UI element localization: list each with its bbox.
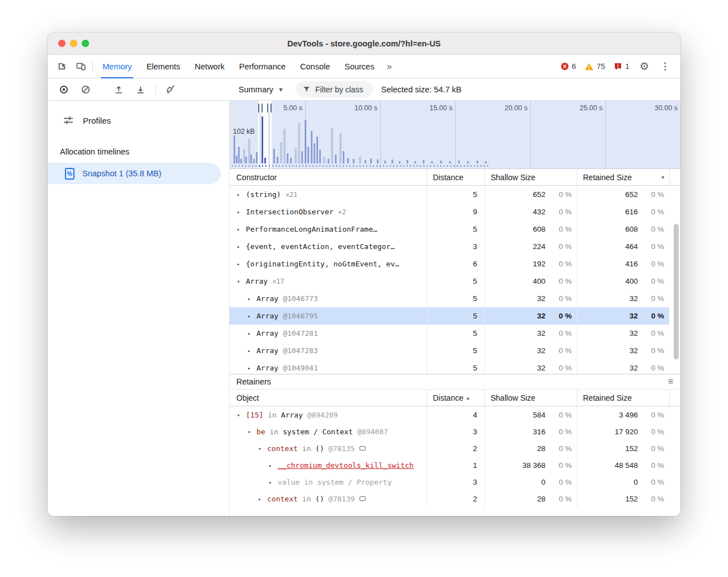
clear-profiles-button[interactable]	[75, 81, 96, 98]
distance-cell: 3	[427, 423, 484, 440]
toggle-device-toolbar-button[interactable]	[71, 55, 90, 78]
hamburger-menu-icon[interactable]: ≡	[668, 377, 673, 387]
constructor-cell: ▸PerformanceLongAnimationFrame…	[230, 221, 427, 238]
expand-arrow-icon[interactable]: ▸	[247, 330, 256, 336]
expand-arrow-icon[interactable]: ▸	[268, 479, 278, 485]
constructor-row[interactable]: ▸{event, eventAction, eventCategor…32240…	[230, 238, 669, 255]
object-cell: ▾[15] in Array @894209	[230, 406, 427, 423]
collapse-arrow-icon[interactable]: ▾	[236, 278, 246, 284]
close-window-button[interactable]	[58, 40, 66, 47]
retainers-section-header: Retainers ≡	[230, 374, 680, 390]
traffic-lights	[58, 32, 89, 54]
column-header-object[interactable]: Object	[230, 390, 427, 406]
column-header-constructor[interactable]: Constructor	[230, 169, 427, 185]
tab-performance[interactable]: Performance	[232, 55, 293, 78]
retainer-row[interactable]: ▸context in () @781392280 %1520 %	[230, 490, 669, 507]
constructor-row[interactable]: ▸Array@10472815320 %320 %	[230, 325, 669, 342]
object-cell: ▾be in system / Context @894087	[230, 423, 427, 440]
constructor-row[interactable]: ▸{originatingEntity, noGtmEvent, ev…6192…	[230, 255, 669, 273]
tab-memory[interactable]: Memory	[95, 55, 139, 78]
constructor-row[interactable]: ▸Array@10467735320 %320 %	[230, 290, 669, 307]
expand-arrow-icon[interactable]: ▸	[247, 348, 256, 354]
retainer-row[interactable]: ▸__chromium_devtools_kill_switch138 3680…	[230, 457, 669, 473]
expand-arrow-icon[interactable]: ▸	[236, 261, 246, 267]
maximize-window-button[interactable]	[82, 40, 89, 47]
timeline-tick-label: 25.00 s	[580, 104, 605, 112]
constructor-row[interactable]: ▸(string)×2156520 %6520 %	[230, 186, 669, 203]
constructor-row[interactable]: ▸PerformanceLongAnimationFrame…56080 %60…	[230, 221, 669, 238]
tab-elements[interactable]: Elements	[139, 55, 187, 78]
kebab-menu-icon[interactable]: ⋮	[655, 60, 675, 72]
selection-handle-left[interactable]	[258, 101, 263, 168]
column-header-retained-size[interactable]: Retained Size▼	[577, 169, 669, 185]
constructor-row[interactable]: ▾Array×1754000 %4000 %	[230, 273, 669, 290]
distance-cell: 9	[427, 203, 484, 221]
snapshot-item[interactable]: % Snapshot 1 (35.8 MB)	[48, 163, 221, 184]
snapshot-label: Snapshot 1 (35.8 MB)	[82, 169, 161, 178]
retainer-row[interactable]: ▾context in () @781352280 %1520 %	[230, 440, 669, 457]
expand-arrow-icon[interactable]: ▸	[247, 365, 256, 371]
retainer-row[interactable]: ▾be in system / Context @89408733160 %17…	[230, 423, 669, 440]
expand-arrow-icon[interactable]: ▸	[236, 226, 246, 232]
perspective-select[interactable]: Summary ▼	[235, 83, 287, 96]
expand-arrow-icon[interactable]: ▸	[247, 313, 256, 319]
collapse-arrow-icon[interactable]: ▾	[236, 412, 246, 418]
collapse-arrow-icon[interactable]: ▾	[247, 429, 256, 435]
distance-cell: 4	[427, 406, 484, 423]
tab-console[interactable]: Console	[293, 55, 337, 78]
load-profile-button[interactable]	[108, 81, 129, 98]
column-header-distance[interactable]: Distance	[427, 169, 484, 185]
expand-arrow-icon[interactable]: ▸	[258, 496, 267, 502]
selection-handle-right[interactable]	[267, 101, 272, 168]
collect-garbage-button[interactable]	[160, 81, 181, 98]
constructor-row[interactable]: ▸Array@10467955320 %320 %	[230, 307, 669, 325]
errors-badge[interactable]: 6	[557, 62, 580, 71]
tab-network[interactable]: Network	[188, 55, 232, 78]
window-title: DevTools - store.google.com/?hl=en-US	[48, 39, 680, 48]
minimize-window-button[interactable]	[70, 40, 77, 47]
distance-cell: 5	[427, 290, 484, 307]
retained-size-cell: 17 9200 %	[577, 423, 669, 440]
timeline-gridline	[605, 101, 606, 168]
issues-badge[interactable]: 1	[610, 62, 633, 71]
expand-arrow-icon[interactable]: ▸	[236, 191, 246, 198]
timeline-tick-label: 20.00 s	[505, 104, 530, 112]
class-filter-input[interactable]: Filter by class	[296, 81, 373, 97]
retained-size-cell: 4640 %	[577, 238, 669, 255]
upload-icon	[114, 85, 124, 95]
garbage-collect-broom-icon	[165, 84, 176, 95]
settings-gear-icon[interactable]: ⚙	[634, 60, 654, 73]
expand-arrow-icon[interactable]: ▸	[236, 209, 246, 215]
warnings-badge[interactable]: 75	[581, 62, 609, 71]
inspect-cursor-icon	[57, 61, 67, 72]
issue-icon	[614, 62, 622, 71]
retainer-row[interactable]: ▸value in system / Property300 %00 %	[230, 473, 669, 490]
tab-sources[interactable]: Sources	[337, 55, 381, 78]
constructor-row[interactable]: ▸Array@10490415320 %320 %	[230, 359, 669, 374]
save-profile-button[interactable]	[130, 81, 151, 98]
expand-arrow-icon[interactable]: ▸	[236, 243, 246, 250]
filter-funnel-icon	[302, 85, 311, 93]
constructor-cell: ▸Array@1049041	[230, 359, 427, 374]
column-header-shallow-size[interactable]: Shallow Size	[484, 169, 577, 185]
expand-arrow-icon[interactable]: ▸	[268, 462, 278, 468]
allocation-timeline-overview[interactable]: 102 kB 5.00 s10.00 s15.00 s20.00 s25.00 …	[230, 101, 680, 169]
retained-size-cell: 1520 %	[577, 440, 669, 457]
expand-arrow-icon[interactable]: ▸	[247, 295, 256, 302]
constructor-row[interactable]: ▸IntersectionObserver×294320 %6160 %	[230, 203, 669, 221]
retainer-row[interactable]: ▾[15] in Array @89420945840 %3 4960 %	[230, 406, 669, 423]
collapse-arrow-icon[interactable]: ▾	[258, 445, 267, 452]
more-tabs-button[interactable]: »	[381, 55, 396, 78]
scrollbar-thumb[interactable]	[674, 224, 679, 359]
retained-size-cell: 4000 %	[577, 273, 669, 290]
reveal-object-icon[interactable]	[360, 496, 366, 501]
column-header-distance[interactable]: Distance▲	[427, 390, 484, 406]
constructor-row[interactable]: ▸Array@10472835320 %320 %	[230, 342, 669, 359]
inspect-element-button[interactable]	[52, 55, 71, 78]
column-header-shallow-size[interactable]: Shallow Size	[484, 390, 577, 406]
record-allocation-button[interactable]	[53, 81, 74, 98]
retained-size-cell: 3 4960 %	[577, 406, 669, 423]
reveal-object-icon[interactable]	[360, 446, 366, 451]
column-header-retained-size[interactable]: Retained Size	[577, 390, 669, 406]
constructor-cell: ▸Array@1047281	[230, 325, 427, 342]
